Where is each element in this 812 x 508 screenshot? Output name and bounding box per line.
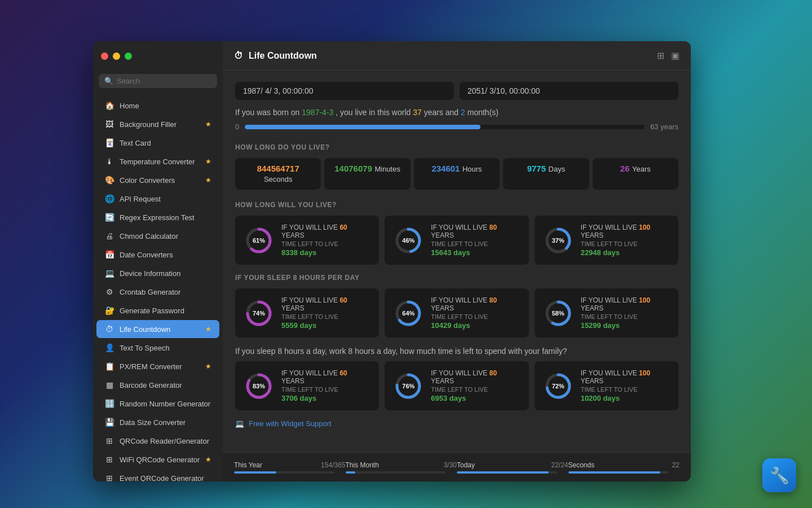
donut-wrap-normal-life-cards-2: 37% bbox=[544, 226, 573, 255]
donut-wrap-family-life-cards-2: 72% bbox=[544, 371, 573, 401]
close-button[interactable] bbox=[101, 52, 108, 60]
sidebar-icon-data-size-converter: 💾 bbox=[104, 417, 114, 427]
sidebar-item-qrcode-reader-generator[interactable]: ⊞ QRCode Reader/Generator bbox=[96, 432, 219, 450]
minimize-button[interactable] bbox=[113, 52, 120, 60]
sidebar-item-color-converters[interactable]: 🎨 Color Converters ★ bbox=[96, 171, 219, 189]
sidebar-label-background-filler: Background Filler bbox=[120, 120, 200, 129]
sidebar-item-api-request[interactable]: 🌐 API Request bbox=[96, 190, 219, 208]
layout-icon[interactable]: ▣ bbox=[671, 50, 679, 61]
stat-card-days: 9775 Days bbox=[503, 158, 589, 190]
sidebar-item-date-converters[interactable]: 📅 Date Converters bbox=[96, 246, 219, 264]
sidebar-label-temperature-converter: Temperature Converter bbox=[120, 157, 200, 166]
bottom-stat-label-3: Seconds bbox=[568, 461, 595, 469]
sidebar-item-device-information[interactable]: 💻 Device Information bbox=[96, 264, 219, 282]
sidebar-item-chmod-calculator[interactable]: 🖨 Chmod Calculator bbox=[96, 227, 219, 245]
bottom-stat-thisyear: This Year 154/365 bbox=[234, 461, 346, 474]
life-card-days-family-life-cards-1: 6953 days bbox=[431, 394, 519, 402]
life-card-normal-life-cards-0: 61% IF YOU WILL LIVE 60 YEARS TIME LEFT … bbox=[235, 216, 379, 265]
stat-value-minutes: 14076079 bbox=[334, 164, 372, 173]
grid-icon[interactable]: ⊞ bbox=[657, 50, 664, 61]
normal-life-cards: 61% IF YOU WILL LIVE 60 YEARS TIME LEFT … bbox=[235, 216, 678, 265]
stat-label-seconds: Seconds bbox=[264, 175, 293, 183]
sidebar-icon-background-filler: 🖼 bbox=[104, 119, 114, 129]
bottom-progress-fill-1 bbox=[346, 471, 356, 474]
age-progress-bar bbox=[245, 125, 645, 129]
main-content: ⏱ Life Countdown ⊞ ▣ If you was born on bbox=[223, 41, 691, 481]
sidebar-item-home[interactable]: 🏠 Home bbox=[96, 97, 219, 115]
sidebar-item-barcode-generator[interactable]: ▦ Barcode Generator bbox=[96, 376, 219, 394]
progress-start: 0 bbox=[235, 122, 239, 131]
life-card-years-sleep-life-cards-1: 80 bbox=[489, 296, 497, 304]
sidebar-item-text-to-speech[interactable]: 👤 Text To Speech bbox=[96, 339, 219, 357]
life-card-title-sleep-life-cards-0: IF YOU WILL LIVE 60 YEARS bbox=[281, 296, 370, 312]
sidebar-icon-wifi-qrcode-generator: ⊞ bbox=[104, 454, 114, 465]
sidebar-item-regex-expression-test[interactable]: 🔄 Regex Expression Test bbox=[96, 208, 219, 226]
widget-link[interactable]: 💻 Free with Widget Support bbox=[235, 419, 678, 428]
sidebar-icon-random-number-generator: 🔢 bbox=[104, 398, 114, 409]
stat-value-hours: 234601 bbox=[431, 164, 460, 173]
life-card-title-sleep-life-cards-1: IF YOU WILL LIVE 80 YEARS bbox=[431, 296, 519, 312]
sleep-section-title: IF YOUR SLEEP 8 HOURS PER DAY bbox=[235, 274, 678, 282]
sidebar-item-text-card[interactable]: 🃏 Text Card bbox=[96, 134, 219, 152]
sidebar-label-api-request: API Request bbox=[120, 195, 211, 203]
stat-label-minutes: Minutes bbox=[374, 165, 400, 173]
bottom-stat-value-2: 22/24 bbox=[551, 461, 568, 469]
stat-card-seconds: 844564717 Seconds bbox=[235, 158, 321, 190]
main-body: If you was born on 1987-4-3 , you live i… bbox=[223, 71, 691, 452]
sidebar-list: 🏠 Home 🖼 Background Filler ★ 🃏 Text Card… bbox=[93, 94, 223, 481]
star-icon-wifi-qrcode-generator: ★ bbox=[205, 456, 211, 463]
sidebar-item-background-filler[interactable]: 🖼 Background Filler ★ bbox=[96, 115, 219, 133]
life-card-sub-normal-life-cards-1: TIME LEFT TO LIVE bbox=[431, 240, 519, 247]
bottom-progress-fill-3 bbox=[568, 471, 660, 474]
bottom-stat-header-2: Today 22/24 bbox=[457, 461, 568, 469]
sidebar-label-text-card: Text Card bbox=[120, 139, 211, 147]
app-window: 🔍 🏠 Home 🖼 Background Filler ★ 🃏 Text Ca… bbox=[93, 41, 691, 481]
sidebar-item-wifi-qrcode-generator[interactable]: ⊞ WiFi QRCode Generator ★ bbox=[96, 450, 219, 468]
months-highlight: 2 bbox=[461, 108, 465, 117]
bottom-stat-label-2: Today bbox=[457, 461, 475, 469]
sidebar-item-data-size-converter[interactable]: 💾 Data Size Converter bbox=[96, 413, 219, 431]
life-card-info-normal-life-cards-0: IF YOU WILL LIVE 60 YEARS TIME LEFT TO L… bbox=[281, 224, 370, 257]
sidebar-item-crontab-generator[interactable]: ⚙ Crontab Generator bbox=[96, 283, 219, 301]
donut-wrap-sleep-life-cards-1: 64% bbox=[394, 299, 423, 328]
life-card-days-sleep-life-cards-2: 15299 days bbox=[581, 321, 669, 330]
sidebar-icon-device-information: 💻 bbox=[104, 268, 114, 278]
window-body: 🔍 🏠 Home 🖼 Background Filler ★ 🃏 Text Ca… bbox=[93, 41, 691, 481]
sidebar-label-wifi-qrcode-generator: WiFi QRCode Generator bbox=[120, 456, 200, 464]
sidebar-item-px-rem-converter[interactable]: 📋 PX/REM Converter ★ bbox=[96, 357, 219, 375]
donut-text-family-life-cards-0: 83% bbox=[253, 383, 265, 389]
life-card-title-normal-life-cards-1: IF YOU WILL LIVE 80 YEARS bbox=[431, 224, 519, 239]
life-card-sleep-life-cards-2: 58% IF YOU WILL LIVE 100 YEARS TIME LEFT… bbox=[535, 288, 678, 338]
header-title: Life Countdown bbox=[249, 51, 317, 61]
sidebar-label-crontab-generator: Crontab Generator bbox=[120, 288, 211, 296]
life-card-info-family-life-cards-1: IF YOU WILL LIVE 80 YEARS TIME LEFT TO L… bbox=[431, 369, 519, 402]
donut-wrap-family-life-cards-1: 76% bbox=[394, 371, 423, 401]
life-card-days-sleep-life-cards-0: 5559 days bbox=[281, 321, 370, 330]
life-card-info-normal-life-cards-2: IF YOU WILL LIVE 100 YEARS TIME LEFT TO … bbox=[581, 224, 669, 257]
life-card-title-normal-life-cards-2: IF YOU WILL LIVE 100 YEARS bbox=[581, 224, 669, 239]
sidebar-item-random-number-generator[interactable]: 🔢 Random Number Generator bbox=[96, 395, 219, 413]
sidebar-item-temperature-converter[interactable]: 🌡 Temperature Converter ★ bbox=[96, 152, 219, 170]
search-bar[interactable]: 🔍 bbox=[99, 74, 217, 88]
search-input[interactable] bbox=[117, 77, 211, 85]
life-card-family-life-cards-0: 83% IF YOU WILL LIVE 60 YEARS TIME LEFT … bbox=[235, 361, 379, 410]
life-card-sub-sleep-life-cards-0: TIME LEFT TO LIVE bbox=[281, 313, 370, 320]
sidebar-label-device-information: Device Information bbox=[120, 269, 211, 278]
stat-card-years: 26 Years bbox=[593, 158, 678, 190]
life-card-sub-sleep-life-cards-1: TIME LEFT TO LIVE bbox=[431, 313, 519, 320]
life-card-info-family-life-cards-2: IF YOU WILL LIVE 100 YEARS TIME LEFT TO … bbox=[581, 369, 669, 402]
sidebar-item-event-qrcode-generator[interactable]: ⊞ Event QRCode Generator bbox=[96, 469, 219, 481]
stat-card-minutes: 14076079 Minutes bbox=[324, 158, 410, 190]
sidebar-item-generate-password[interactable]: 🔐 Generate Password bbox=[96, 301, 219, 319]
sidebar-label-generate-password: Generate Password bbox=[120, 306, 211, 315]
sidebar-item-life-countdown[interactable]: ⏱ Life Countdown ★ bbox=[96, 320, 219, 338]
life-card-info-normal-life-cards-1: IF YOU WILL LIVE 80 YEARS TIME LEFT TO L… bbox=[431, 224, 519, 257]
birth-date-input[interactable] bbox=[235, 82, 454, 100]
maximize-button[interactable] bbox=[125, 52, 132, 60]
sidebar-icon-text-card: 🃏 bbox=[104, 138, 114, 148]
sidebar-label-data-size-converter: Data Size Converter bbox=[120, 418, 211, 427]
donut-text-sleep-life-cards-2: 58% bbox=[552, 310, 564, 317]
sidebar-icon-px-rem-converter: 📋 bbox=[104, 361, 114, 371]
end-date-input[interactable] bbox=[460, 82, 678, 100]
star-icon-background-filler: ★ bbox=[205, 120, 211, 128]
